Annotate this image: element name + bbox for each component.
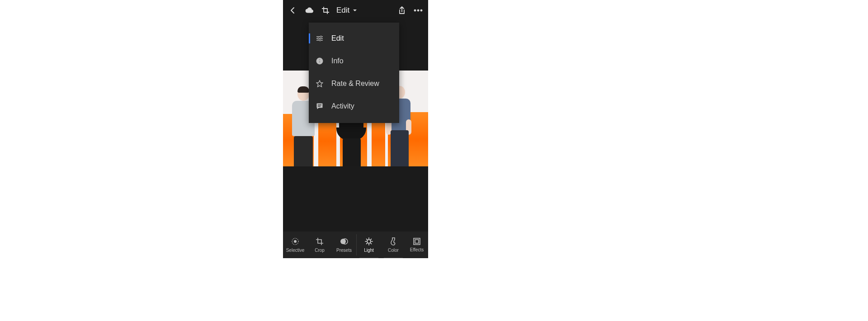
svg-rect-7 xyxy=(319,61,320,63)
svg-point-4 xyxy=(317,38,319,39)
svg-point-1 xyxy=(417,9,419,11)
color-icon xyxy=(390,237,397,246)
presets-icon xyxy=(340,237,349,246)
mode-dropdown-button[interactable]: Edit xyxy=(336,6,358,15)
menu-item-edit[interactable]: Edit xyxy=(309,27,399,50)
crop-icon xyxy=(321,6,330,14)
mode-dropdown-menu: Edit Info Rate & Review Activity xyxy=(309,23,399,123)
chat-icon xyxy=(315,102,324,111)
mode-label: Edit xyxy=(336,6,349,15)
ellipsis-icon xyxy=(414,9,423,12)
light-icon xyxy=(364,237,373,246)
tool-crop[interactable]: Crop xyxy=(307,231,332,258)
svg-point-0 xyxy=(414,9,416,11)
svg-point-5 xyxy=(319,39,321,41)
sliders-icon xyxy=(315,34,324,43)
menu-item-info[interactable]: Info xyxy=(309,50,399,72)
menu-item-activity[interactable]: Activity xyxy=(309,95,399,118)
back-button[interactable] xyxy=(287,4,299,17)
radial-icon xyxy=(291,237,300,246)
menu-item-label: Edit xyxy=(331,34,344,42)
tool-selective[interactable]: Selective xyxy=(283,231,307,258)
tool-label: Presets xyxy=(336,248,352,253)
crop-icon xyxy=(315,237,324,246)
chevron-down-icon xyxy=(352,8,358,13)
menu-item-label: Info xyxy=(331,57,344,65)
more-button[interactable] xyxy=(412,4,425,17)
bottom-toolbar: Selective Crop Presets Light Color Effec… xyxy=(283,231,428,258)
tool-label: Selective xyxy=(286,248,305,253)
share-icon xyxy=(398,6,406,14)
tool-label: Crop xyxy=(315,248,325,253)
crop-shortcut-button[interactable] xyxy=(319,4,332,17)
svg-point-2 xyxy=(420,9,422,11)
top-bar: Edit xyxy=(283,0,428,21)
tool-effects[interactable]: Effects xyxy=(406,231,428,258)
menu-item-label: Rate & Review xyxy=(331,80,379,88)
chevron-left-icon xyxy=(289,7,297,14)
star-icon xyxy=(315,79,324,88)
tool-label: Color xyxy=(388,248,399,253)
svg-rect-14 xyxy=(414,238,420,245)
tool-presets[interactable]: Presets xyxy=(332,231,356,258)
cloud-icon xyxy=(305,7,314,14)
info-icon xyxy=(315,57,324,66)
menu-item-rate-review[interactable]: Rate & Review xyxy=(309,72,399,95)
tool-color[interactable]: Color xyxy=(381,231,406,258)
svg-rect-15 xyxy=(415,240,419,243)
tool-light[interactable]: Light xyxy=(357,231,381,258)
menu-item-label: Activity xyxy=(331,102,354,110)
svg-point-8 xyxy=(319,59,320,60)
cloud-sync-button[interactable] xyxy=(303,4,316,17)
app-screen: Edit Edit Info Rate & Revie xyxy=(283,0,428,258)
tool-label: Effects xyxy=(410,247,424,252)
tool-label: Light xyxy=(364,248,374,253)
svg-point-10 xyxy=(294,240,297,243)
effects-icon xyxy=(413,237,421,245)
svg-point-13 xyxy=(367,240,371,243)
svg-point-3 xyxy=(320,36,321,37)
share-button[interactable] xyxy=(396,4,408,17)
